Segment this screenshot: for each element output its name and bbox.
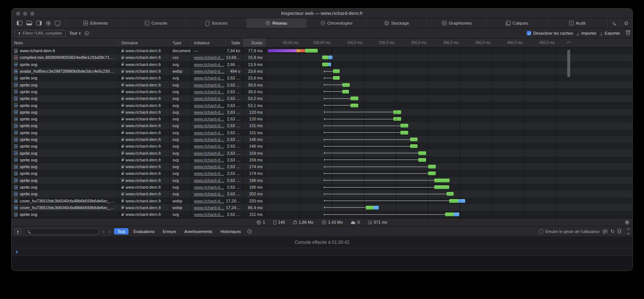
console-search-input[interactable]: [24, 228, 99, 235]
table-row[interactable]: sprite.svgwww.richard-dern.frsvgwww.rich…: [12, 143, 632, 150]
table-row[interactable]: avatar_hu85ecc3e298728880b0bde2dcc4e5c23…: [12, 68, 632, 75]
table-row[interactable]: sprite.svgwww.richard-dern.frsvgwww.rich…: [12, 191, 632, 197]
table-row[interactable]: sprite.svgwww.richard-dern.frsvgwww.rich…: [12, 122, 632, 129]
table-row[interactable]: sprite.svgwww.richard-dern.frsvgwww.rich…: [12, 150, 632, 156]
request-initiator[interactable]: www.richard-d…: [191, 177, 226, 184]
request-initiator[interactable]: www.richard-d…: [191, 81, 226, 88]
request-initiator[interactable]: www.richard-d…: [191, 54, 226, 61]
table-row[interactable]: sprite.svgwww.richard-dern.frsvgwww.rich…: [12, 163, 632, 170]
close-window-button[interactable]: [16, 12, 20, 16]
request-initiator[interactable]: www.richard-d…: [191, 116, 226, 122]
request-initiator[interactable]: www.richard-d…: [191, 157, 226, 163]
table-row[interactable]: sprite.svgwww.richard-dern.frsvgwww.rich…: [12, 102, 632, 108]
table-row[interactable]: sprite.svgwww.richard-dern.frsvgwww.rich…: [12, 116, 632, 122]
reload-icon[interactable]: ↻: [610, 229, 615, 234]
console-prompt[interactable]: [12, 248, 632, 256]
request-initiator[interactable]: www.richard-d…: [191, 150, 226, 156]
table-row[interactable]: sprite.svgwww.richard-dern.frsvgwww.rich…: [12, 170, 632, 177]
console-tab-évaluations[interactable]: Évaluations: [130, 228, 158, 235]
tab-layers[interactable]: Calques: [487, 18, 547, 28]
export-button[interactable]: ↑ Exporter: [600, 31, 620, 35]
table-row[interactable]: sprite.svgwww.richard-dern.frsvgwww.rich…: [12, 95, 632, 102]
request-initiator[interactable]: www.richard-d…: [191, 170, 226, 177]
navigate-forward-button[interactable]: ›: [108, 229, 111, 234]
table-row[interactable]: sprite.svgwww.richard-dern.frsvgwww.rich…: [12, 109, 632, 116]
request-initiator[interactable]: www.richard-d…: [191, 184, 226, 191]
table-row[interactable]: sprite.svgwww.richard-dern.frsvgwww.rich…: [12, 157, 632, 163]
console-tab-historiques[interactable]: Historiques: [217, 228, 244, 235]
table-row[interactable]: sprite.svgwww.richard-dern.frsvgwww.rich…: [12, 81, 632, 88]
settings-button[interactable]: [620, 18, 632, 28]
request-initiator[interactable]: www.richard-d…: [191, 163, 226, 170]
request-initiator[interactable]: www.richard-d…: [191, 204, 226, 211]
tab-console[interactable]: Console: [126, 18, 186, 28]
column-header-taille[interactable]: Taille: [226, 38, 243, 47]
table-row[interactable]: sprite.svgwww.richard-dern.frsvgwww.rich…: [12, 129, 632, 136]
request-initiator[interactable]: www.richard-d…: [191, 129, 226, 136]
help-icon[interactable]: ?: [625, 220, 629, 225]
table-row[interactable]: compiled.min.38390909f303624ed9e1cf1bd3f…: [12, 54, 632, 61]
zoom-window-button[interactable]: [30, 12, 34, 16]
column-header-nom[interactable]: Nom: [12, 38, 119, 47]
request-initiator[interactable]: www.richard-d…: [191, 88, 226, 95]
request-initiator[interactable]: www.richard-d…: [191, 136, 226, 143]
table-row[interactable]: sprite.svgwww.richard-dern.frsvgwww.rich…: [12, 211, 632, 218]
console-options-icon[interactable]: [247, 229, 252, 234]
console-tab-tout[interactable]: Tout: [114, 228, 129, 235]
table-row[interactable]: sprite.svgwww.richard-dern.frsvgwww.rich…: [12, 136, 632, 143]
tab-elements[interactable]: Éléments: [66, 18, 126, 28]
minimize-window-button[interactable]: [23, 12, 27, 16]
request-initiator[interactable]: www.richard-d…: [191, 75, 226, 81]
column-header-domaine[interactable]: Domaine: [119, 38, 170, 47]
resource-type-select[interactable]: Tout: [69, 31, 81, 35]
column-header-type[interactable]: Type: [170, 38, 191, 47]
table-row[interactable]: cover_hu736519dc3b5040cfa48b6b559b6de6ec…: [12, 198, 632, 204]
table-row[interactable]: sprite.svgwww.richard-dern.frsvgwww.rich…: [12, 88, 632, 95]
column-header-initiateur[interactable]: Initiateur: [191, 38, 226, 47]
expand-collapse-console-control[interactable]: [624, 229, 629, 234]
table-row[interactable]: sprite.svgwww.richard-dern.frsvgwww.rich…: [12, 61, 632, 68]
dock-right-icon[interactable]: [36, 21, 42, 25]
request-initiator[interactable]: www.richard-d…: [191, 211, 226, 218]
clear-console-trash-icon[interactable]: [618, 230, 621, 233]
tab-sources[interactable]: Sources: [186, 18, 246, 28]
tab-audit[interactable]: Audit: [547, 18, 607, 28]
dock-side-icon[interactable]: [17, 21, 22, 25]
request-initiator[interactable]: www.richard-d…: [191, 95, 226, 102]
request-initiator[interactable]: www.richard-d…: [191, 68, 226, 75]
tab-network[interactable]: Réseau: [246, 18, 307, 28]
navigate-back-button[interactable]: ‹: [102, 229, 105, 234]
tab-storage[interactable]: Stockage: [367, 18, 427, 28]
clear-network-trash-icon[interactable]: [626, 31, 629, 35]
table-row[interactable]: sprite.svgwww.richard-dern.frsvgwww.rich…: [12, 177, 632, 184]
emulate-user-gesture-checkbox[interactable]: Émuler le geste de l'utilisateur: [539, 229, 600, 234]
request-initiator[interactable]: www.richard-d…: [191, 109, 226, 116]
console-tab-avertissements[interactable]: Avertissements: [181, 228, 216, 235]
import-button[interactable]: ↓ Importer: [577, 31, 596, 35]
console-tab-erreurs[interactable]: Erreurs: [159, 228, 180, 235]
element-picker-icon[interactable]: [46, 21, 51, 26]
request-initiator[interactable]: www.richard-d…: [191, 191, 226, 197]
filter-url-button[interactable]: Filtrer l'URL complète: [15, 30, 66, 37]
request-duration: 131 ms: [243, 129, 266, 136]
filter-options-icon[interactable]: [85, 31, 89, 35]
request-initiator[interactable]: www.richard-d…: [191, 143, 226, 150]
table-row[interactable]: sprite.svgwww.richard-dern.frsvgwww.rich…: [12, 184, 632, 191]
search-button[interactable]: [607, 18, 620, 28]
console-messages-icon[interactable]: [603, 230, 607, 233]
table-row[interactable]: sprite.svgwww.richard-dern.frsvgwww.rich…: [12, 75, 632, 81]
column-header-duree[interactable]: Durée: [243, 38, 266, 47]
disable-caches-checkbox[interactable]: Désactiver les caches: [527, 31, 573, 35]
tab-graphics[interactable]: Graphismes: [426, 18, 487, 28]
table-row[interactable]: cover_hu736519dc3b5040cfa48b6b559b6de6ec…: [12, 204, 632, 211]
dock-bottom-icon[interactable]: [26, 21, 32, 25]
device-icon[interactable]: [55, 21, 60, 25]
vertical-scrollbar[interactable]: [567, 50, 570, 77]
console-filter-button[interactable]: [15, 229, 21, 234]
tab-timelines[interactable]: Chronologies: [306, 18, 367, 28]
request-initiator[interactable]: www.richard-d…: [191, 61, 226, 68]
table-row[interactable]: www.richard-dern.frwww.richard-dern.frdo…: [12, 47, 632, 54]
request-initiator[interactable]: www.richard-d…: [191, 198, 226, 204]
request-initiator[interactable]: www.richard-d…: [191, 122, 226, 129]
request-initiator[interactable]: www.richard-d…: [191, 102, 226, 108]
